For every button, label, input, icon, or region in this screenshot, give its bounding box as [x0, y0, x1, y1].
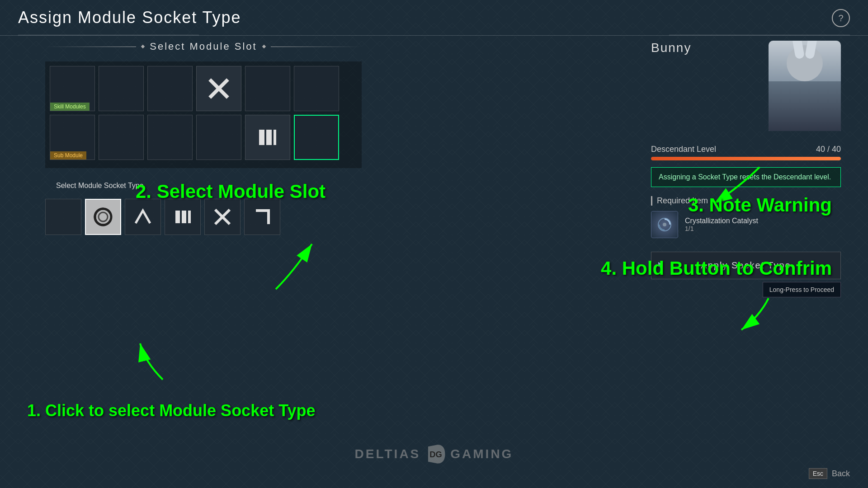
header-line-left-deco [45, 47, 136, 47]
catalyst-svg-icon [656, 216, 673, 233]
module-row-2: Sub Module [50, 115, 357, 160]
watermark: DELTIAS DG GAMING [355, 443, 514, 465]
socket-type-c[interactable] [85, 199, 121, 235]
socket-cross-icon [212, 207, 232, 227]
module-grid: Skill Modules Sub Module [45, 61, 362, 168]
header: Assign Module Socket Type ? [0, 0, 868, 36]
svg-rect-4 [274, 130, 276, 145]
socket-gamma-icon [252, 207, 272, 227]
header-line-right [669, 35, 850, 35]
required-item-section: Required Item Crystallization Catalyst 1… [651, 196, 841, 238]
socket-type-cross[interactable] [204, 199, 241, 235]
socket-lambda-icon [133, 207, 153, 227]
right-panel: Bunny Descendant Level 40 / 40 Assigning… [651, 41, 841, 279]
esc-key[interactable]: Esc [809, 468, 827, 479]
svg-rect-3 [266, 130, 272, 145]
warning-box: Assigning a Socket Type resets the Desce… [651, 167, 841, 187]
module-slot-1[interactable] [99, 66, 144, 111]
header-line-left [18, 35, 199, 35]
module-slot-11-selected[interactable] [294, 115, 339, 160]
module-slot-9[interactable] [196, 115, 241, 160]
descendant-level-section: Descendant Level 40 / 40 [651, 145, 841, 160]
module-slot-0[interactable]: Skill Modules [50, 66, 95, 111]
socket-type-lambda[interactable] [125, 199, 161, 235]
socket-type-bars[interactable] [165, 199, 201, 235]
help-button[interactable]: ? [832, 9, 850, 27]
left-panel: Select Module Slot Skill Modules [45, 41, 362, 235]
sub-module-label: Sub Module [50, 151, 86, 160]
svg-point-6 [99, 212, 108, 221]
header-dot-left [141, 45, 145, 48]
select-socket-type-header: Select Module Socket Type [45, 182, 362, 190]
cross-icon [208, 77, 230, 100]
svg-rect-8 [182, 211, 186, 223]
level-header: Descendant Level 40 / 40 [651, 145, 841, 154]
warning-text: Assigning a Socket Type resets the Desce… [659, 173, 831, 181]
select-module-slot-label: Select Module Slot [150, 41, 257, 52]
module-slot-4[interactable] [245, 66, 290, 111]
item-row: Crystallization Catalyst 1/1 [651, 211, 841, 238]
crystallization-catalyst-icon [651, 211, 678, 238]
item-info: Crystallization Catalyst 1/1 [685, 217, 758, 232]
bunny-body [769, 81, 841, 131]
descendant-level-label: Descendant Level [651, 145, 716, 154]
module-row-1: Skill Modules [50, 66, 357, 111]
apply-socket-type-button[interactable]: Apply Socket Type [651, 252, 841, 279]
module-slot-2[interactable] [147, 66, 193, 111]
bunny-figure [769, 41, 841, 131]
socket-c-icon [93, 207, 113, 227]
bunny-head [787, 45, 823, 81]
module-slot-8[interactable] [147, 115, 193, 160]
required-item-title: Required Item [651, 196, 841, 206]
page-title: Assign Module Socket Type [18, 8, 241, 27]
descendant-level-display: 40 / 40 [816, 145, 841, 154]
module-slot-3-cross[interactable] [196, 66, 241, 111]
watermark-text-left: DELTIAS [355, 447, 421, 461]
module-slot-10-bars[interactable] [245, 115, 290, 160]
select-socket-type-label: Select Module Socket Type [56, 182, 144, 190]
svg-rect-2 [259, 130, 264, 145]
socket-types-row [45, 199, 362, 235]
module-slot-7[interactable] [99, 115, 144, 160]
module-slot-5[interactable] [294, 66, 339, 111]
svg-text:DG: DG [429, 450, 442, 459]
item-count: 1/1 [685, 225, 758, 232]
character-portrait [769, 41, 841, 131]
level-bar-fill [651, 157, 841, 160]
skill-modules-label: Skill Modules [50, 103, 90, 111]
item-name: Crystallization Catalyst [685, 217, 758, 225]
header-dot-right [262, 45, 265, 48]
bunny-ear-left [791, 41, 805, 59]
socket-type-empty[interactable] [45, 199, 81, 235]
apply-button-container: Apply Socket Type Long-Press to Proceed [651, 252, 841, 279]
watermark-text-right: GAMING [450, 447, 513, 461]
character-section: Bunny [651, 41, 841, 131]
socket-type-gamma[interactable] [244, 199, 280, 235]
svg-point-14 [663, 223, 666, 226]
header-line-right-deco [271, 47, 362, 47]
module-slot-6[interactable]: Sub Module [50, 115, 95, 160]
svg-rect-9 [188, 211, 191, 223]
bunny-ear-right [805, 41, 818, 59]
back-label: Back [832, 469, 850, 479]
character-name: Bunny [651, 41, 691, 55]
bottom-bar: Esc Back [809, 468, 850, 479]
socket-bars-icon [173, 207, 193, 227]
level-bar-bg [651, 157, 841, 160]
watermark-logo-icon: DG [424, 443, 447, 465]
bars-icon [256, 126, 279, 149]
svg-rect-7 [175, 211, 180, 223]
select-module-slot-header: Select Module Slot [45, 41, 362, 52]
